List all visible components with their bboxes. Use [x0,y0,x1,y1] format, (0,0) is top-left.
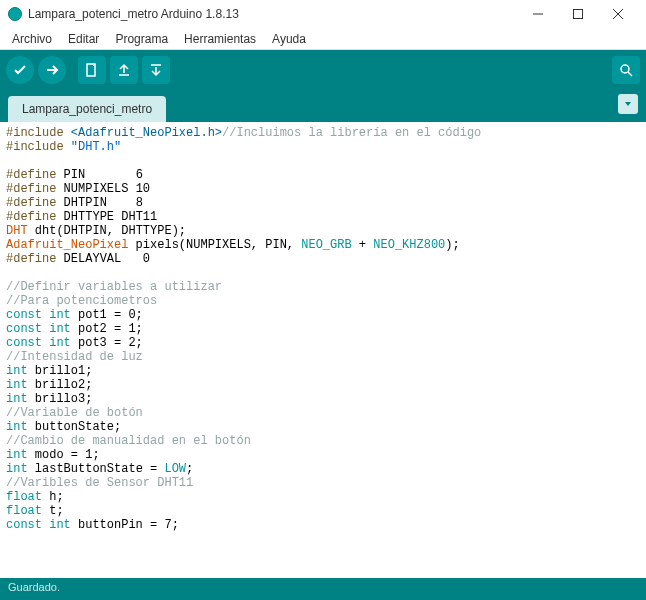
titlebar: Lampara_potenci_metro Arduino 1.8.13 [0,0,646,28]
new-button[interactable] [78,56,106,84]
close-button[interactable] [598,0,638,28]
menu-ayuda[interactable]: Ayuda [264,30,314,48]
save-button[interactable] [142,56,170,84]
menubar: Archivo Editar Programa Herramientas Ayu… [0,28,646,50]
editor-area: #include <Adafruit_NeoPixel.h>//Incluimo… [0,122,646,578]
minimize-button[interactable] [518,0,558,28]
svg-point-7 [621,65,629,73]
svg-line-8 [628,72,632,76]
menu-programa[interactable]: Programa [107,30,176,48]
tab-menu-button[interactable] [618,94,638,114]
verify-button[interactable] [6,56,34,84]
arduino-icon [8,7,22,21]
statusbar: Guardado. [0,578,646,600]
tab-sketch[interactable]: Lampara_potenci_metro [8,96,166,122]
tabbar: Lampara_potenci_metro [0,90,646,122]
code-editor[interactable]: #include <Adafruit_NeoPixel.h>//Incluimo… [0,122,646,578]
window-title: Lampara_potenci_metro Arduino 1.8.13 [28,7,518,21]
status-text: Guardado. [8,581,60,593]
menu-archivo[interactable]: Archivo [4,30,60,48]
menu-editar[interactable]: Editar [60,30,107,48]
menu-herramientas[interactable]: Herramientas [176,30,264,48]
toolbar [0,50,646,90]
open-button[interactable] [110,56,138,84]
maximize-button[interactable] [558,0,598,28]
serial-monitor-button[interactable] [612,56,640,84]
upload-button[interactable] [38,56,66,84]
svg-rect-1 [574,10,583,19]
